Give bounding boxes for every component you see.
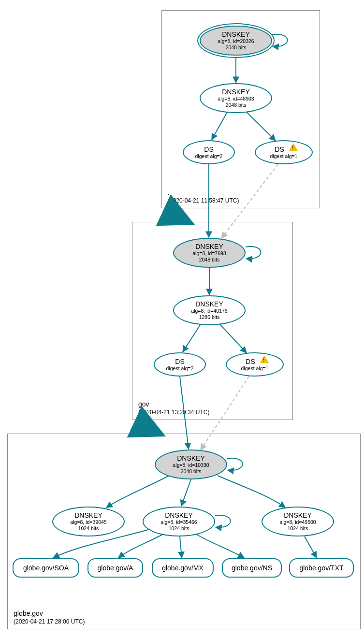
rr-label: globe.gov/A bbox=[98, 564, 133, 572]
node-title: DNSKEY bbox=[177, 454, 205, 462]
node-sub: alg=8, id=7698 bbox=[192, 250, 226, 257]
node-title: DNSKEY bbox=[284, 511, 312, 519]
node-title: DNSKEY bbox=[195, 243, 223, 250]
node-sub: alg=8, id=35466 bbox=[160, 519, 197, 525]
dnskey-gov-zsk: DNSKEY alg=8, id=40176 1280 bits bbox=[173, 295, 246, 325]
node-sub: alg=8, id=48903 bbox=[218, 96, 254, 102]
dnskey-globe-zsk3: DNSKEY alg=8, id=49500 1024 bits bbox=[262, 507, 334, 536]
node-title: DNSKEY bbox=[74, 511, 102, 519]
node-title: DNSKEY bbox=[222, 30, 250, 38]
node-sub: 1280 bits bbox=[199, 314, 220, 320]
node-title: DS bbox=[175, 358, 184, 365]
rr-label: globe.gov/SOA bbox=[23, 564, 69, 572]
ds-gov-1: DS digest alg=2 bbox=[154, 352, 206, 377]
node-sub: alg=8, id=40176 bbox=[191, 308, 227, 314]
dnskey-gov-ksk: DNSKEY alg=8, id=7698 2048 bits bbox=[173, 238, 246, 268]
zone-root-label: . (2020-04-21 11:58:47 UTC) bbox=[168, 188, 239, 204]
node-sub: digest alg=2 bbox=[195, 153, 223, 160]
rr-label: globe.gov/TXT bbox=[299, 564, 343, 572]
zone-gov-name: gov bbox=[138, 400, 149, 408]
zone-gov-label: gov (2020-04-21 13:29:34 UTC) bbox=[138, 400, 209, 416]
dnskey-globe-zsk1: DNSKEY alg=8, id=39045 1024 bits bbox=[52, 507, 125, 536]
node-sub: digest alg=1 bbox=[270, 153, 298, 160]
node-sub: 2048 bits bbox=[199, 257, 220, 263]
dnskey-globe-zsk2: DNSKEY alg=8, id=35466 1024 bits bbox=[143, 507, 215, 536]
node-title: DNSKEY bbox=[222, 88, 250, 96]
rr-txt: globe.gov/TXT bbox=[289, 558, 354, 578]
node-sub: alg=8, id=20326 bbox=[218, 38, 254, 44]
node-sub: digest alg=2 bbox=[166, 365, 194, 372]
node-sub: 2048 bits bbox=[181, 468, 202, 475]
dnskey-globe-ksk: DNSKEY alg=8, id=10330 2048 bits bbox=[155, 450, 227, 479]
node-title: DS bbox=[204, 145, 213, 153]
node-title: DS bbox=[246, 358, 255, 365]
zone-root-name: . bbox=[168, 188, 170, 196]
zone-globe-name: globe.gov bbox=[14, 609, 43, 617]
ds-root-1: DS digest alg=2 bbox=[183, 140, 235, 164]
node-title: DNSKEY bbox=[195, 300, 223, 308]
zone-root-timestamp: (2020-04-21 11:58:47 UTC) bbox=[168, 197, 239, 204]
dnskey-root-ksk: DNSKEY alg=8, id=20326 2048 bits bbox=[200, 26, 272, 56]
rr-ns: globe.gov/NS bbox=[222, 558, 282, 578]
zone-globe-timestamp: (2020-04-21 17:28:06 UTC) bbox=[14, 618, 85, 625]
rr-label: globe.gov/MX bbox=[162, 564, 204, 572]
node-sub: alg=8, id=39045 bbox=[70, 519, 106, 525]
node-title: DS bbox=[275, 145, 284, 153]
node-sub: 1024 bits bbox=[288, 525, 308, 532]
node-title: DNSKEY bbox=[165, 511, 193, 519]
node-sub: 2048 bits bbox=[226, 102, 247, 108]
zone-gov-timestamp: (2020-04-21 13:29:34 UTC) bbox=[138, 409, 209, 416]
ds-root-2: DS digest alg=1 bbox=[255, 140, 313, 164]
node-sub: 2048 bits bbox=[226, 44, 247, 51]
zone-globe-label: globe.gov (2020-04-21 17:28:06 UTC) bbox=[14, 609, 85, 625]
rr-soa: globe.gov/SOA bbox=[13, 558, 79, 578]
node-sub: 1024 bits bbox=[169, 525, 189, 532]
node-sub: alg=8, id=49500 bbox=[279, 519, 316, 525]
rr-mx: globe.gov/MX bbox=[152, 558, 214, 578]
dnskey-root-zsk: DNSKEY alg=8, id=48903 2048 bits bbox=[200, 83, 272, 113]
ds-gov-2: DS digest alg=1 bbox=[226, 352, 284, 377]
rr-label: globe.gov/NS bbox=[232, 564, 272, 572]
rr-a: globe.gov/A bbox=[87, 558, 143, 578]
node-sub: alg=8, id=10330 bbox=[173, 462, 209, 468]
node-sub: 1024 bits bbox=[78, 525, 99, 532]
node-sub: digest alg=1 bbox=[241, 365, 269, 372]
